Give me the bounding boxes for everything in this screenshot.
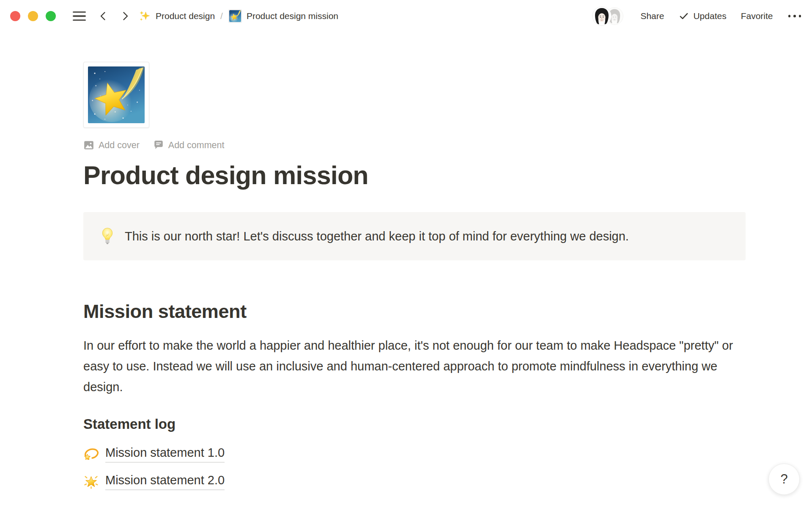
back-button[interactable] xyxy=(97,10,110,22)
speech-bubble-icon xyxy=(153,140,164,151)
collaborator-avatars[interactable] xyxy=(592,6,623,26)
page-content: Add cover Add comment Product design mis… xyxy=(83,62,746,495)
statement-log-list: Mission statement 1.0 Mission statement … xyxy=(83,440,746,495)
share-button[interactable]: Share xyxy=(640,11,664,21)
sparkles-icon xyxy=(138,10,151,22)
help-button[interactable]: ? xyxy=(768,464,800,495)
callout-block: This is our north star! Let's discuss to… xyxy=(83,212,746,260)
page-link-mission-statement-2[interactable]: Mission statement 2.0 xyxy=(83,468,225,495)
breadcrumb-item-product-design-mission[interactable]: Product design mission xyxy=(228,9,338,23)
light-bulb-icon xyxy=(101,227,114,245)
mission-statement-paragraph: In our effort to make the world a happie… xyxy=(83,335,746,398)
window-toolbar: Product design / xyxy=(0,0,812,32)
breadcrumb-separator: / xyxy=(219,11,224,21)
add-cover-button[interactable]: Add cover xyxy=(83,140,140,151)
page-icon-shooting-star[interactable] xyxy=(83,62,149,128)
shooting-star-icon xyxy=(88,66,145,123)
breadcrumb-label: Product design xyxy=(156,11,215,21)
breadcrumb: Product design / xyxy=(138,9,338,23)
more-options-icon[interactable] xyxy=(787,13,802,19)
arrow-left-icon xyxy=(97,10,110,22)
page-link-mission-statement-1[interactable]: Mission statement 1.0 xyxy=(83,440,225,468)
arrow-right-icon xyxy=(119,10,132,22)
close-window-button[interactable] xyxy=(10,11,20,21)
dizzy-star-icon xyxy=(83,446,99,462)
minimize-window-button[interactable] xyxy=(28,11,38,21)
callout-text: This is our north star! Let's discuss to… xyxy=(125,228,629,245)
mission-statement-heading: Mission statement xyxy=(83,299,746,324)
updates-label: Updates xyxy=(693,11,726,21)
statement-log-heading: Statement log xyxy=(83,415,746,433)
add-cover-label: Add cover xyxy=(99,140,140,151)
forward-button[interactable] xyxy=(119,10,132,22)
favorite-label: Favorite xyxy=(741,11,773,21)
window-controls xyxy=(10,11,56,21)
page-decoration-actions: Add cover Add comment xyxy=(83,140,746,151)
updates-button[interactable]: Updates xyxy=(678,11,726,22)
zoom-window-button[interactable] xyxy=(46,11,56,21)
glowing-star-icon xyxy=(83,474,99,489)
page-title: Product design mission xyxy=(83,160,746,191)
add-comment-button[interactable]: Add comment xyxy=(153,140,225,151)
add-comment-label: Add comment xyxy=(168,140,225,151)
breadcrumb-label: Product design mission xyxy=(247,11,338,21)
page-link-label: Mission statement 2.0 xyxy=(105,472,225,490)
shooting-star-icon xyxy=(228,9,242,23)
question-mark-icon: ? xyxy=(780,472,787,487)
checkmark-icon xyxy=(678,11,689,22)
image-icon xyxy=(83,140,94,151)
breadcrumb-item-product-design[interactable]: Product design xyxy=(138,10,215,22)
page-link-label: Mission statement 1.0 xyxy=(105,445,225,462)
sidebar-toggle-icon[interactable] xyxy=(73,11,86,21)
favorite-button[interactable]: Favorite xyxy=(741,11,773,21)
share-label: Share xyxy=(640,11,664,21)
